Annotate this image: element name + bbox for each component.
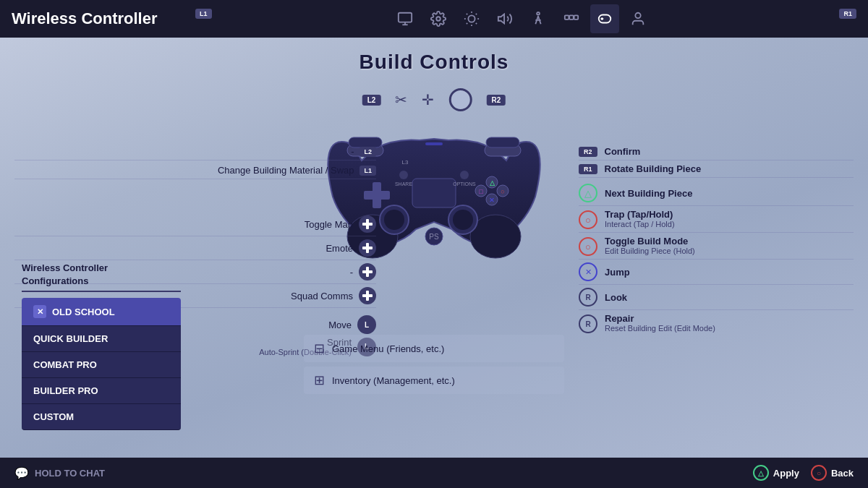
binding-row-toggle-map: Toggle Map [14, 215, 376, 236]
circle-build-badge: ○ [579, 237, 597, 256]
binding-label-squad-comms: Squad Comms [291, 291, 353, 301]
l2-binding-badge: L2 [359, 147, 376, 157]
config-label-combat-pro: COMBAT PRO [33, 359, 97, 370]
svg-text:□: □ [479, 188, 483, 195]
binding-text-trap: Trap (Tap/Hold) Interact (Tap / Hold) [605, 209, 675, 228]
circle-back-icon: ○ [811, 465, 827, 481]
binding-label-l1: Change Building Material / Swap [218, 165, 354, 176]
bottom-actions: △ Apply ○ Back [753, 465, 854, 481]
top-button-row: L2 ✂ ✛ R2 [362, 88, 506, 111]
inventory-label: Inventory (Management, etc.) [332, 375, 455, 386]
config-panel: Wireless Controller Configurations ✕ OLD… [22, 262, 181, 430]
svg-marker-13 [498, 14, 504, 24]
audio-icon[interactable] [490, 4, 519, 33]
binding-label-emote: Emote [326, 243, 353, 254]
move-icon: ✛ [422, 91, 434, 108]
nav-icons [187, 4, 856, 33]
svg-text:✕: ✕ [489, 197, 495, 204]
l1-binding-badge: L1 [359, 166, 376, 176]
app-title: Wireless Controller [12, 9, 158, 28]
svg-rect-16 [569, 15, 574, 20]
chat-icon: 💬 [14, 466, 29, 480]
binding-label-next-piece: Next Building Piece [605, 188, 692, 199]
hold-to-chat-section: 💬 HOLD TO CHAT [14, 466, 105, 480]
binding-row-toggle-build: ○ Toggle Build Mode Edit Building Piece … [579, 236, 854, 260]
svg-text:△: △ [489, 179, 495, 187]
binding-label-l2: - [351, 146, 354, 157]
network-icon[interactable] [557, 4, 586, 33]
r-repair-badge: R [579, 314, 597, 333]
binding-row-jump: ✕ Jump [579, 262, 854, 285]
triangle-apply-icon: △ [753, 465, 769, 481]
triangle-badge: △ [579, 184, 597, 202]
svg-rect-17 [574, 15, 578, 20]
config-item-combat-pro[interactable]: COMBAT PRO [22, 352, 181, 378]
binding-label-move: Move [328, 320, 352, 330]
scissors-icon: ✂ [395, 91, 407, 108]
svg-line-12 [476, 14, 477, 14]
game-menu-binding: ⊟ Game Menu (Friends, etc.) [304, 335, 564, 362]
config-item-custom[interactable]: CUSTOM [22, 404, 181, 430]
svg-point-14 [537, 12, 540, 15]
user-profile-icon[interactable] [624, 4, 652, 33]
config-item-quick-builder[interactable]: QUICK BUILDER [22, 326, 181, 352]
monitor-icon[interactable] [391, 4, 420, 33]
apply-action[interactable]: △ Apply [753, 465, 799, 481]
svg-point-28 [399, 171, 408, 179]
cross-badge: ✕ [579, 262, 597, 281]
binding-label-toggle-map: Toggle Map [305, 219, 353, 230]
config-label-quick-builder: QUICK BUILDER [33, 333, 108, 344]
svg-point-4 [468, 15, 475, 22]
dpad-icon-emote [359, 239, 376, 257]
svg-rect-15 [565, 15, 569, 20]
binding-row-repair: R Repair Reset Building Edit (Edit Mode) [579, 313, 854, 333]
config-label-old-school: OLD SCHOOL [52, 307, 115, 317]
svg-rect-55 [362, 294, 373, 297]
binding-label-confirm: Confirm [605, 146, 641, 157]
dpad-icon-squad [359, 287, 376, 304]
circle-trap-badge: ○ [579, 210, 597, 229]
accessibility-icon[interactable] [524, 4, 553, 33]
binding-row-rotate: R1 Rotate Building Piece [579, 163, 854, 178]
config-list: ✕ OLD SCHOOL QUICK BUILDER COMBAT PRO BU… [22, 298, 181, 430]
svg-point-41 [453, 210, 473, 230]
r2-badge: R2 [486, 95, 506, 106]
svg-point-29 [460, 171, 469, 179]
binding-label-dpad-empty: - [350, 267, 353, 278]
circle-button-top [448, 88, 472, 111]
binding-sublabel-trap: Interact (Tap / Hold) [605, 220, 675, 228]
binding-row-l2: - L2 [14, 146, 376, 160]
r1-rotate-badge: R1 [579, 164, 597, 174]
svg-text:OPTIONS: OPTIONS [453, 181, 476, 187]
dpad-icon-toggle-map [359, 215, 376, 233]
binding-label-rotate: Rotate Building Piece [605, 163, 702, 174]
inventory-binding: ⊞ Inventory (Management, etc.) [304, 367, 564, 394]
binding-text-toggle-build: Toggle Build Mode Edit Building Piece (H… [605, 236, 695, 255]
svg-rect-53 [362, 270, 373, 273]
bottom-bindings: ⊟ Game Menu (Friends, etc.) ⊞ Inventory … [304, 335, 564, 394]
svg-rect-47 [425, 142, 443, 145]
controller-nav-icon[interactable] [590, 4, 619, 33]
r2-confirm-badge: R2 [579, 147, 597, 157]
settings-icon[interactable] [424, 4, 453, 33]
svg-text:L3: L3 [402, 159, 409, 166]
config-item-old-school[interactable]: ✕ OLD SCHOOL [22, 298, 181, 326]
binding-row-l1: Change Building Material / Swap L1 [14, 165, 376, 179]
back-label: Back [831, 468, 854, 479]
binding-text-repair: Repair Reset Building Edit (Edit Mode) [605, 313, 715, 333]
back-action[interactable]: ○ Back [811, 465, 854, 481]
apply-label: Apply [773, 468, 799, 479]
config-panel-title: Wireless Controller Configurations [22, 262, 181, 292]
page-title: Build Controls [0, 51, 868, 74]
svg-rect-27 [412, 179, 456, 207]
binding-row-next-piece: △ Next Building Piece [579, 184, 854, 206]
brightness-icon[interactable] [457, 4, 486, 33]
svg-rect-51 [362, 247, 373, 249]
svg-line-11 [467, 23, 467, 24]
config-item-builder-pro[interactable]: BUILDER PRO [22, 378, 181, 404]
binding-sublabel-toggle-build: Edit Building Piece (Hold) [605, 247, 695, 255]
active-x-marker: ✕ [33, 305, 46, 318]
binding-row-confirm: R2 Confirm [579, 146, 854, 160]
share-icon: ⊞ [314, 372, 325, 388]
svg-line-8 [476, 23, 477, 24]
